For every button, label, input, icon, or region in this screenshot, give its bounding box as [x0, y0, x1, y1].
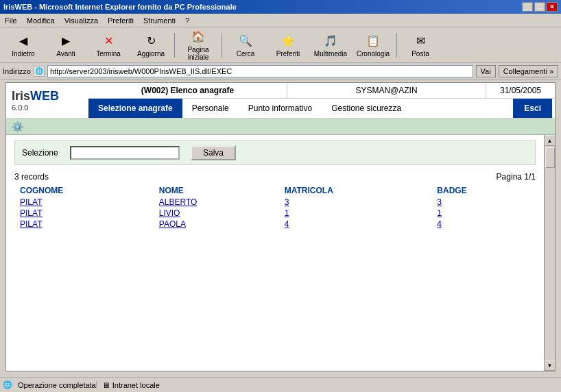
address-input[interactable]: [47, 65, 473, 77]
stop-icon: ✕: [100, 32, 117, 49]
center-header: (W002) Elenco anagrafe SYSMAN@AZIN 31/05…: [88, 83, 555, 118]
records-count: 3 records: [14, 172, 49, 182]
main-with-scroll: Selezione Salva 3 records Pagina 1/1 COG…: [6, 135, 555, 371]
forward-label: Avanti: [56, 50, 75, 58]
refresh-button[interactable]: ↻ Aggiorna: [130, 29, 171, 61]
refresh-label: Aggiorna: [137, 50, 165, 58]
zone-icon: 🖥: [102, 381, 110, 389]
cell-cognome[interactable]: PILAT: [14, 197, 154, 208]
menu-strumenti[interactable]: Strumenti: [141, 16, 178, 25]
cell-nome[interactable]: PAOLA: [154, 219, 279, 230]
logo-iris: Iris: [12, 89, 30, 103]
address-label: Indirizzo: [3, 67, 31, 75]
cell-badge[interactable]: 4: [431, 219, 536, 230]
window-title: IrisWEB - Microsoft Internet Explorer fo…: [3, 3, 237, 11]
version: 6.0.0: [12, 103, 28, 112]
forward-icon: ▶: [58, 32, 74, 49]
back-button[interactable]: ◀ Indietro: [3, 29, 44, 61]
date-cell: 31/05/2005: [486, 83, 555, 98]
refresh-icon: ↻: [143, 32, 159, 49]
selection-label: Selezione: [22, 148, 63, 158]
maximize-button[interactable]: □: [534, 2, 545, 12]
cell-matricola[interactable]: 4: [279, 219, 432, 230]
menu-help[interactable]: ?: [183, 16, 191, 25]
toolbar: ◀ Indietro ▶ Avanti ✕ Termina ↻ Aggiorna…: [0, 27, 561, 63]
home-button[interactable]: 🏠 Pagina iniziale: [178, 29, 219, 61]
menu-file[interactable]: File: [3, 16, 19, 25]
scroll-up-button[interactable]: ▲: [545, 135, 556, 146]
nav-gestione-sicurezza[interactable]: Gestione sicurezza: [322, 99, 411, 118]
cell-matricola[interactable]: 3: [279, 197, 432, 208]
history-button[interactable]: 📋 Cronologia: [353, 29, 394, 61]
page-icon: 🌐: [34, 66, 45, 77]
media-label: Multimedia: [314, 50, 347, 58]
cell-badge[interactable]: 1: [431, 208, 536, 219]
data-table: COGNOME NOME MATRICOLA BADGE PILAT ALBER…: [14, 184, 536, 230]
back-label: Indietro: [12, 50, 34, 58]
table-row: PILAT LIVIO 1 1: [14, 208, 536, 219]
page-title: (W002) Elenco anagrafe: [88, 83, 287, 98]
iris-header: IrisWEB 6.0.0 (W002) Elenco anagrafe SYS…: [6, 83, 555, 119]
cell-cognome[interactable]: PILAT: [14, 208, 154, 219]
home-icon: 🏠: [190, 29, 206, 45]
nav-selezione[interactable]: Selezione anagrafe: [88, 99, 182, 118]
history-icon: 📋: [365, 32, 381, 49]
col-matricola: MATRICOLA: [279, 184, 432, 197]
nav-personale[interactable]: Personale: [182, 99, 239, 118]
salva-button[interactable]: Salva: [191, 145, 236, 160]
favorites-label: Preferiti: [276, 50, 300, 58]
mail-label: Posta: [411, 50, 429, 58]
mail-icon: ✉: [412, 32, 429, 49]
cell-badge[interactable]: 3: [431, 197, 536, 208]
exit-button[interactable]: Esci: [513, 99, 552, 118]
title-bar: IrisWEB - Microsoft Internet Explorer fo…: [0, 0, 561, 14]
menu-preferiti[interactable]: Preferiti: [106, 16, 136, 25]
history-label: Cronologia: [357, 50, 390, 58]
stop-label: Termina: [96, 50, 121, 58]
status-zone: 🖥 Intranet locale: [96, 381, 160, 389]
col-cognome: COGNOME: [14, 184, 154, 197]
cell-nome[interactable]: ALBERTO: [154, 197, 279, 208]
close-button[interactable]: ✕: [547, 2, 558, 12]
col-badge: BADGE: [431, 184, 536, 197]
mail-button[interactable]: ✉ Posta: [400, 29, 441, 61]
search-icon: 🔍: [237, 32, 254, 49]
logo-cell: IrisWEB 6.0.0: [6, 83, 88, 118]
back-icon: ◀: [15, 32, 32, 49]
home-label: Pagina iniziale: [178, 46, 219, 61]
forward-button[interactable]: ▶ Avanti: [45, 29, 86, 61]
cell-matricola[interactable]: 1: [279, 208, 432, 219]
selection-input[interactable]: [70, 146, 180, 160]
links-button[interactable]: Collegamenti »: [499, 65, 558, 77]
search-button[interactable]: 🔍 Cerca: [225, 29, 266, 61]
records-info: 3 records Pagina 1/1: [14, 172, 536, 182]
go-button[interactable]: Vai: [476, 65, 496, 77]
main-area: IrisWEB 6.0.0 (W002) Elenco anagrafe SYS…: [5, 82, 556, 371]
table-row: PILAT ALBERTO 3 3: [14, 197, 536, 208]
toolbar-divider-1: [174, 33, 175, 58]
logo: IrisWEB: [12, 89, 59, 103]
table-row: PILAT PAOLA 4 4: [14, 219, 536, 230]
minimize-button[interactable]: _: [522, 2, 533, 12]
status-bar: 🌐 Operazione completata 🖥 Intranet local…: [0, 377, 561, 392]
stop-button[interactable]: ✕ Termina: [88, 29, 129, 61]
menu-modifica[interactable]: Modifica: [25, 16, 57, 25]
cell-cognome[interactable]: PILAT: [14, 219, 154, 230]
media-button[interactable]: 🎵 Multimedia: [310, 29, 351, 61]
favorites-icon: ⭐: [280, 32, 296, 49]
scroll-thumb[interactable]: [545, 147, 555, 168]
loading-icon: ⚙️: [12, 121, 23, 132]
nav-punto-informativo[interactable]: Punto informativo: [239, 99, 322, 118]
favorites-button[interactable]: ⭐ Preferiti: [267, 29, 309, 61]
window-controls: _ □ ✕: [522, 2, 558, 12]
cell-nome[interactable]: LIVIO: [154, 208, 279, 219]
col-nome: NOME: [154, 184, 279, 197]
zone-text: Intranet locale: [112, 381, 160, 389]
logo-web: WEB: [30, 89, 59, 103]
scrollbar[interactable]: ▲ ▼: [544, 135, 555, 371]
page-info: Pagina 1/1: [497, 172, 536, 182]
menu-visualizza[interactable]: Visualizza: [62, 16, 100, 25]
address-bar: Indirizzo 🌐 Vai Collegamenti »: [0, 63, 561, 79]
scroll-down-button[interactable]: ▼: [545, 360, 556, 371]
content-area: Selezione Salva 3 records Pagina 1/1 COG…: [6, 135, 544, 371]
